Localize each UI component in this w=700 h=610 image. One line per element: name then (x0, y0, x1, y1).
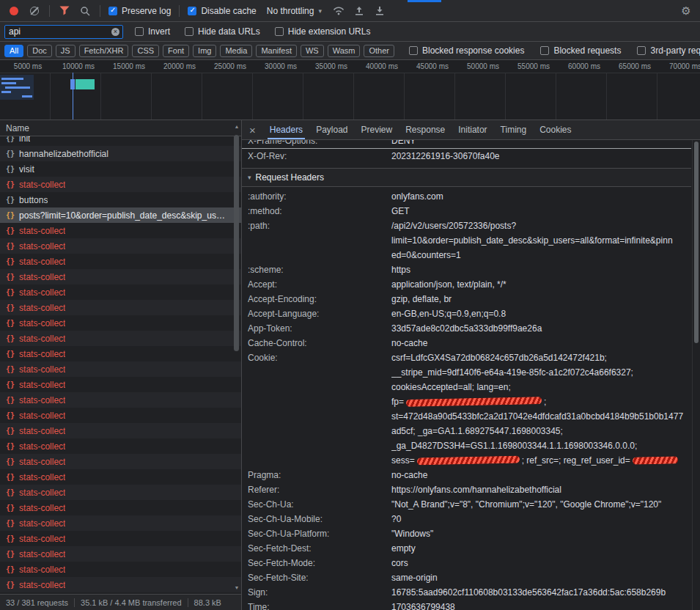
request-row[interactable]: {}stats-collect (0, 469, 241, 485)
hide-extension-urls-checkbox[interactable]: Hide extension URLs (272, 26, 374, 37)
filter-type-css[interactable]: CSS (132, 45, 159, 57)
filter-type-media[interactable]: Media (220, 45, 252, 57)
filter-type-js[interactable]: JS (56, 45, 75, 57)
header-name: :scheme: (248, 262, 391, 277)
overview-tick: 10000 ms (62, 62, 95, 70)
invert-checkbox[interactable]: Invert (132, 26, 173, 37)
filter-type-fetch-xhr[interactable]: Fetch/XHR (79, 45, 129, 57)
request-row[interactable]: {}hannahelizabethofficial (0, 146, 241, 161)
filter-type-font[interactable]: Font (163, 45, 189, 57)
request-row[interactable]: {}stats-collect (0, 315, 241, 331)
request-row[interactable]: {}stats-collect (0, 562, 241, 577)
header-value: https (391, 262, 691, 277)
hide-data-urls-label: Hide data URLs (198, 26, 260, 37)
throttling-dropdown[interactable]: No throttling ▾ (261, 6, 328, 16)
clear-button[interactable] (25, 2, 44, 20)
filter-type-img[interactable]: Img (193, 45, 216, 57)
request-row[interactable]: {}stats-collect (0, 438, 241, 454)
disable-cache-checkbox[interactable]: Disable cache (185, 6, 259, 16)
filter-input[interactable] (4, 25, 123, 39)
filter-type-other[interactable]: Other (364, 45, 394, 57)
export-har-button[interactable] (370, 2, 389, 20)
request-name: stats-collect (19, 287, 65, 298)
network-conditions-button[interactable] (329, 2, 348, 20)
tab-headers[interactable]: Headers (263, 120, 309, 139)
overview-timeline[interactable]: 5000 ms10000 ms15000 ms20000 ms25000 ms3… (0, 60, 700, 120)
request-row[interactable]: {}stats-collect (0, 223, 241, 238)
request-row[interactable]: {}stats-collect (0, 546, 241, 562)
request-row[interactable]: {}visit (0, 161, 241, 177)
filter-blocked-response-cookies[interactable]: Blocked response cookies (406, 45, 527, 56)
name-column-header[interactable]: Name (0, 120, 241, 136)
header-row: Accept-Language:en-GB,en-US;q=0.9,en;q=0… (242, 306, 691, 321)
filter-type-ws[interactable]: WS (301, 45, 324, 57)
filter-toggle-button[interactable] (55, 2, 74, 20)
preserve-log-checkbox[interactable]: Preserve log (106, 6, 174, 16)
overview-tick: 45000 ms (416, 62, 449, 70)
filter-type-all[interactable]: All (4, 45, 23, 57)
tab-payload[interactable]: Payload (309, 120, 354, 139)
request-row[interactable]: {}stats-collect (0, 331, 241, 346)
overview-tick: 5000 ms (14, 62, 42, 70)
request-row[interactable]: {}stats-collect (0, 531, 241, 546)
request-row[interactable]: {}stats-collect (0, 254, 241, 269)
filter-type-manifest[interactable]: Manifest (256, 45, 297, 57)
request-row[interactable]: {}stats-collect (0, 392, 241, 408)
request-row[interactable]: {}stats-collect (0, 377, 241, 392)
request-row[interactable]: {}stats-collect (0, 238, 241, 254)
overview-activity-bar (75, 79, 95, 89)
hide-data-urls-checkbox[interactable]: Hide data URLs (182, 26, 263, 37)
request-row[interactable]: {}stats-collect (0, 408, 241, 423)
json-file-icon: {} (6, 180, 15, 188)
response-headers-rows: X-Of-Rev:202312261916-30670fa40e (242, 149, 691, 163)
request-row[interactable]: {}stats-collect (0, 177, 241, 192)
scrollbar-thumb[interactable] (694, 142, 699, 343)
requests-scrollbar[interactable]: ▲ ▼ (232, 120, 241, 594)
checkbox-checked-icon (188, 7, 196, 15)
overview-activity-bar (1, 78, 23, 80)
request-row[interactable]: {}stats-collect (0, 300, 241, 315)
request-row[interactable]: {}stats-collect (0, 577, 241, 592)
filter-type-doc[interactable]: Doc (27, 45, 52, 57)
header-name: App-Token: (248, 321, 391, 336)
request-name: stats-collect (19, 303, 65, 313)
request-row[interactable]: {}stats-collect (0, 454, 241, 469)
header-name: :method: (248, 204, 391, 218)
scroll-up-icon[interactable]: ▲ (232, 124, 241, 129)
import-har-button[interactable] (350, 2, 369, 20)
request-row[interactable]: {}stats-collect (0, 500, 241, 515)
request-row[interactable]: {}stats-collect (0, 423, 241, 438)
tab-initiator[interactable]: Initiator (452, 120, 493, 139)
request-row[interactable]: {}stats-collect (0, 361, 241, 377)
request-row[interactable]: {}stats-collect (0, 515, 241, 531)
record-button[interactable] (4, 2, 23, 20)
detail-scrollbar[interactable] (692, 140, 700, 610)
search-icon (80, 6, 90, 16)
request-row[interactable]: {}stats-collect (0, 284, 241, 300)
tab-preview[interactable]: Preview (355, 120, 399, 139)
request-row[interactable]: {}stats-collect (0, 346, 241, 361)
tab-response[interactable]: Response (399, 120, 452, 139)
close-icon[interactable]: × (242, 120, 263, 139)
request-row[interactable]: {}buttons (0, 192, 241, 207)
settings-button[interactable]: ⚙ (677, 2, 696, 20)
search-button[interactable] (75, 2, 95, 20)
header-row: Sec-Ch-Ua:"Not_A Brand";v="8", "Chromium… (242, 497, 691, 512)
header-row: Accept:application/json, text/plain, */* (242, 277, 691, 292)
overview-tick: 55000 ms (517, 62, 550, 70)
tab-timing[interactable]: Timing (494, 120, 534, 139)
tab-cookies[interactable]: Cookies (533, 120, 578, 139)
header-name: X-Of-Rev: (248, 149, 391, 163)
json-file-icon: {} (6, 227, 15, 235)
filter-3rd-party-requests[interactable]: 3rd-party requests (634, 45, 700, 56)
request-row[interactable]: {}posts?limit=10&order=publish_date_desc… (0, 207, 241, 223)
request-row[interactable]: {}init (0, 136, 241, 146)
scrollbar-thumb[interactable] (234, 135, 239, 351)
request-row[interactable]: {}stats-collect (0, 485, 241, 500)
filter-type-wasm[interactable]: Wasm (328, 45, 361, 57)
request-row[interactable]: {}stats-collect (0, 269, 241, 284)
scroll-down-icon[interactable]: ▼ (232, 585, 241, 590)
filter-blocked-requests[interactable]: Blocked requests (537, 45, 624, 56)
request-headers-section[interactable]: ▾ Request Headers (242, 168, 691, 187)
clear-filter-icon[interactable]: × (111, 28, 119, 36)
